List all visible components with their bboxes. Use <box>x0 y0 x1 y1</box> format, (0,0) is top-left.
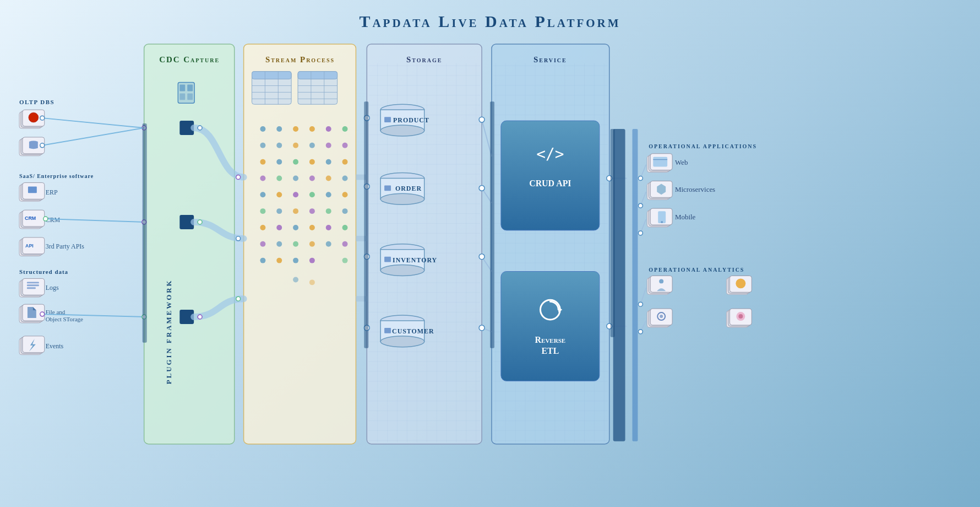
svg-point-125 <box>326 208 331 214</box>
svg-point-99 <box>293 143 298 148</box>
svg-text:Mobile: Mobile <box>675 213 696 221</box>
svg-point-93 <box>293 126 298 132</box>
svg-text:ERP: ERP <box>46 188 58 196</box>
svg-text:Service: Service <box>533 55 567 64</box>
svg-point-148 <box>380 125 424 136</box>
svg-text:OPERATIONAL APPLICATIONS: OPERATIONAL APPLICATIONS <box>649 143 757 149</box>
svg-rect-196 <box>653 157 667 167</box>
svg-point-208 <box>661 221 663 223</box>
svg-point-94 <box>309 126 315 132</box>
svg-text:Object STorage: Object STorage <box>46 316 83 322</box>
svg-point-132 <box>342 225 348 230</box>
svg-point-122 <box>276 208 282 214</box>
svg-rect-38 <box>27 282 39 283</box>
svg-point-97 <box>260 143 265 148</box>
svg-rect-37 <box>23 278 45 295</box>
svg-text:Web: Web <box>675 158 688 166</box>
svg-line-60 <box>42 118 144 128</box>
svg-rect-161 <box>384 257 391 262</box>
svg-text:Microservices: Microservices <box>675 185 715 193</box>
svg-point-101 <box>326 143 331 148</box>
svg-text:PRODUCT: PRODUCT <box>393 116 429 124</box>
svg-point-175 <box>479 254 484 260</box>
svg-rect-240 <box>364 101 368 348</box>
svg-point-14 <box>29 112 39 122</box>
svg-point-235 <box>638 203 643 208</box>
architecture-diagram: CDC Capture Stream Process Storage Servi… <box>0 36 980 507</box>
svg-point-91 <box>260 126 265 132</box>
svg-text:CUSTOMER: CUSTOMER <box>392 327 434 335</box>
svg-point-112 <box>309 176 315 181</box>
svg-text:OPERATIONAL ANALYTICS: OPERATIONAL ANALYTICS <box>649 267 744 273</box>
svg-rect-5 <box>493 63 608 443</box>
svg-point-140 <box>276 258 282 263</box>
svg-point-76 <box>236 296 241 301</box>
svg-point-61 <box>40 116 45 120</box>
svg-rect-190 <box>613 129 625 441</box>
svg-rect-39 <box>27 284 39 286</box>
svg-rect-57 <box>187 84 193 91</box>
svg-rect-178 <box>501 121 600 230</box>
svg-point-131 <box>326 225 331 230</box>
svg-point-113 <box>326 176 331 181</box>
svg-point-136 <box>309 241 315 247</box>
svg-text:ORDER: ORDER <box>395 185 422 192</box>
svg-point-118 <box>309 192 315 197</box>
svg-point-96 <box>342 126 348 132</box>
svg-text:</>: </> <box>536 145 564 163</box>
svg-point-234 <box>638 176 643 181</box>
svg-point-92 <box>276 126 282 132</box>
svg-point-133 <box>260 241 265 247</box>
svg-point-75 <box>198 315 202 319</box>
svg-point-127 <box>260 225 265 230</box>
svg-text:CRM: CRM <box>25 215 36 221</box>
svg-point-109 <box>260 176 265 181</box>
svg-point-72 <box>236 175 241 180</box>
svg-point-236 <box>638 231 643 235</box>
svg-rect-149 <box>384 117 391 122</box>
svg-point-117 <box>293 192 298 197</box>
svg-text:Events: Events <box>46 342 64 350</box>
svg-line-65 <box>46 219 144 222</box>
svg-point-119 <box>326 192 331 197</box>
svg-point-128 <box>276 225 282 230</box>
svg-point-129 <box>293 225 298 230</box>
svg-point-103 <box>260 159 265 165</box>
svg-point-71 <box>198 126 202 130</box>
svg-point-107 <box>326 159 331 165</box>
svg-rect-155 <box>384 185 391 191</box>
svg-point-135 <box>293 241 298 247</box>
svg-point-98 <box>276 143 282 148</box>
svg-text:Structured data: Structured data <box>19 268 68 275</box>
svg-point-141 <box>293 258 298 263</box>
svg-rect-78 <box>252 72 292 79</box>
svg-rect-167 <box>384 328 391 333</box>
svg-point-177 <box>479 325 484 331</box>
svg-point-145 <box>309 279 315 285</box>
svg-point-154 <box>380 193 424 204</box>
svg-point-73 <box>198 220 202 224</box>
svg-point-139 <box>260 258 265 263</box>
svg-rect-22 <box>28 186 37 193</box>
svg-point-142 <box>309 258 315 263</box>
svg-point-124 <box>309 208 315 214</box>
svg-point-121 <box>260 208 265 214</box>
svg-text:ETL: ETL <box>541 346 559 355</box>
svg-point-130 <box>309 225 315 230</box>
svg-point-126 <box>342 208 348 214</box>
svg-point-173 <box>479 185 484 191</box>
svg-point-160 <box>380 265 424 276</box>
svg-rect-242 <box>611 129 615 337</box>
svg-point-218 <box>736 278 745 288</box>
svg-text:3rd Party APIs: 3rd Party APIs <box>46 242 85 250</box>
svg-line-63 <box>42 128 144 145</box>
svg-rect-58 <box>179 93 185 100</box>
svg-point-102 <box>342 143 348 148</box>
svg-point-105 <box>293 159 298 165</box>
svg-text:CDC Capture: CDC Capture <box>159 55 220 64</box>
svg-point-100 <box>309 143 315 148</box>
svg-point-110 <box>276 176 282 181</box>
svg-text:INVENTORY: INVENTORY <box>393 256 437 264</box>
svg-point-108 <box>342 159 348 165</box>
svg-point-95 <box>326 126 331 132</box>
